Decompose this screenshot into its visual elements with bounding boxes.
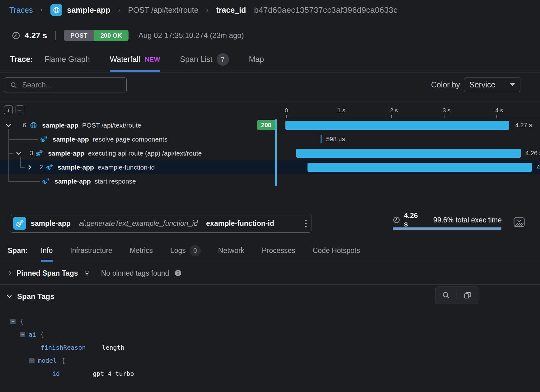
pinned-empty-message: No pinned tags found: [101, 269, 169, 278]
tab-flame-graph[interactable]: Flame Graph: [45, 47, 90, 72]
span-row[interactable]: sample-app resolve page components 598 µ…: [0, 132, 540, 146]
json-key: model: [38, 357, 57, 364]
search-input[interactable]: [21, 80, 107, 90]
span-bar[interactable]: [321, 135, 322, 143]
span-name: start response: [95, 178, 136, 185]
span-detail-header: sample-app ai.generateText_example_funct…: [0, 214, 540, 234]
span-bar[interactable]: [296, 149, 521, 158]
span-row[interactable]: 3 sample-app executing api route (app) /…: [0, 146, 540, 160]
span-child-count: 2: [40, 164, 43, 171]
span-service: sample-app: [54, 178, 91, 185]
waterfall-toolbar: Color by Service: [0, 77, 540, 92]
pinned-span-tags-title: Pinned Span Tags: [16, 269, 78, 278]
span-count-badge: 7: [217, 53, 229, 66]
tab-logs-label: Logs: [170, 246, 186, 255]
json-copy-button[interactable]: [457, 287, 478, 304]
clock-icon: [393, 216, 400, 224]
tab-span-list[interactable]: Span List 7: [180, 47, 229, 72]
collapse-all-button[interactable]: −: [16, 105, 24, 114]
tab-waterfall[interactable]: Waterfall NEW: [110, 47, 160, 72]
color-by-value: Service: [469, 80, 495, 89]
tab-processes[interactable]: Processes: [262, 240, 295, 262]
search-icon: [10, 82, 17, 89]
span-duration: 598 µs: [326, 132, 345, 146]
collapse-toggle[interactable]: −: [10, 319, 16, 324]
chevron-down-icon[interactable]: [5, 122, 12, 129]
tab-infrastructure[interactable]: Infrastructure: [70, 240, 112, 262]
span-duration: 4.26 s: [525, 146, 540, 160]
breadcrumb-trace-id-label: trace_id: [216, 6, 246, 15]
copy-icon: [463, 291, 472, 299]
breadcrumb-service[interactable]: sample-app: [67, 6, 110, 15]
tab-code-hotspots[interactable]: Code Hotspots: [313, 240, 360, 262]
tab-metrics[interactable]: Metrics: [130, 240, 153, 262]
logs-count-badge: 0: [190, 245, 201, 256]
gears-icon: [35, 149, 43, 157]
span-bar[interactable]: [285, 121, 509, 130]
span-service: sample-app: [48, 150, 84, 157]
trace-summary: 4.27 s POST 200 OK Aug 02 17:35:10.274 (…: [0, 28, 244, 43]
chevron-down-icon[interactable]: [15, 150, 22, 157]
json-key: ai: [29, 331, 36, 338]
json-row: − ai {: [0, 328, 540, 341]
span-tags-title: Span Tags: [17, 292, 54, 301]
json-row: finishReason length: [0, 341, 540, 354]
collapse-toggle[interactable]: −: [29, 358, 35, 363]
span-service: sample-app: [53, 136, 89, 143]
ruler-tick: 4 s: [495, 107, 503, 114]
json-toolbar: [435, 287, 478, 304]
json-row: − {: [0, 315, 540, 328]
json-search-button[interactable]: [435, 287, 457, 304]
tab-network[interactable]: Network: [218, 240, 244, 262]
trace-timestamp: Aug 02 17:35:10.274 (23m ago): [139, 31, 244, 40]
expand-all-button[interactable]: +: [4, 105, 13, 114]
selection-accent-line: [275, 119, 277, 186]
span-tags-json: − { − ai { finishReason length − model {…: [0, 315, 540, 380]
gears-icon: [45, 163, 53, 171]
chevron-down-icon[interactable]: [6, 293, 13, 300]
json-brace: {: [20, 318, 24, 325]
kebab-menu-icon[interactable]: [305, 220, 307, 227]
ruler-tick: 3 s: [443, 107, 450, 114]
tab-info[interactable]: Info: [41, 240, 53, 262]
span-name: resolve page components: [93, 136, 168, 143]
clock-icon: [12, 31, 20, 40]
ruler-tick: 1 s: [337, 107, 345, 114]
exec-breakdown-icon[interactable]: [514, 217, 525, 227]
waterfall-panel: + − 0 1 s 2 s 3 s 4 s 6: [0, 101, 540, 189]
json-row: − model {: [0, 354, 540, 367]
color-by-select[interactable]: Service: [464, 77, 520, 92]
span-name: POST /api/text/route: [82, 122, 141, 129]
span-bar[interactable]: [308, 163, 532, 172]
detail-operation: ai.generateText_example_function_id: [79, 219, 198, 228]
span-row-selected[interactable]: 2 sample-app example-function-id 4.26 s: [0, 160, 540, 174]
breadcrumb-separator-icon: [117, 8, 121, 12]
chevron-down-icon: [509, 83, 515, 86]
detail-duration: 4.26 s: [404, 212, 422, 228]
ruler-tick: 0: [285, 107, 288, 114]
tab-map[interactable]: Map: [249, 47, 264, 72]
service-globe-icon: [50, 4, 62, 16]
gears-icon: [40, 135, 48, 143]
collapse-toggle[interactable]: −: [20, 332, 25, 337]
json-key: finishReason: [41, 344, 86, 351]
status-badge: 200 OK: [94, 30, 129, 41]
chevron-right-icon[interactable]: [26, 164, 34, 171]
span-tabs: Span: Info Infrastructure Metrics Logs 0…: [0, 240, 540, 262]
tab-span-list-label: Span List: [180, 55, 212, 64]
breadcrumb-traces-link[interactable]: Traces: [9, 6, 33, 15]
span-name: executing api route (app) /api/text/rout…: [88, 150, 202, 157]
tab-logs[interactable]: Logs 0: [170, 240, 201, 262]
span-row[interactable]: sample-app start response 66.9 µs: [0, 174, 540, 188]
chevron-right-icon[interactable]: [7, 270, 13, 277]
info-icon[interactable]: [174, 269, 182, 277]
search-box[interactable]: [4, 77, 127, 92]
span-exec-meta: 4.26 s 99.6% total exec time: [393, 214, 502, 230]
span-row[interactable]: 6 sample-app POST /api/text/route 200 4.…: [0, 118, 540, 132]
breadcrumb-separator-icon: [39, 8, 44, 12]
search-icon: [442, 291, 450, 299]
breadcrumb-endpoint[interactable]: POST /api/text/route: [128, 6, 198, 15]
breadcrumb-trace-id-value: b47d60aec135737cc3af396d9ca0633c: [254, 5, 397, 15]
span-service: sample-app: [58, 164, 94, 171]
pinned-span-tags-row[interactable]: Pinned Span Tags No pinned tags found: [0, 262, 540, 285]
